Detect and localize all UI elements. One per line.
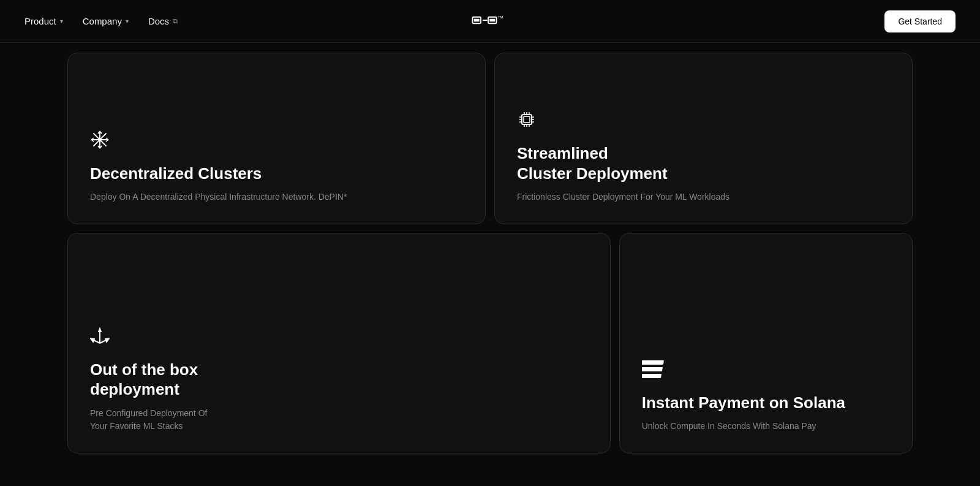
card-decentralized-clusters-desc: Deploy On A Decentralized Physical Infra… [90,191,463,204]
card-solana-desc: Unlock Compute In Seconds With Solana Pa… [642,420,890,433]
chevron-down-icon: ▾ [60,18,63,25]
card-out-of-box-desc: Pre Configured Deployment OfYour Favorit… [90,407,588,433]
card-decentralized-clusters-title: Decentralized Clusters [90,164,463,184]
nav-docs-label: Docs [148,16,169,26]
cards-row-1: Decentralized Clusters Deploy On A Decen… [67,53,913,224]
external-link-icon: ⧉ [173,17,178,25]
solana-logo-svg [642,360,664,379]
nav-left: Product ▾ Company ▾ Docs ⧉ [24,16,178,26]
deploy-icon [90,326,588,349]
get-started-button[interactable]: Get Started [884,10,956,32]
nav-company-label: Company [83,16,122,26]
svg-rect-38 [642,360,664,365]
nav-product-label: Product [24,16,56,26]
svg-marker-33 [99,328,101,332]
logo[interactable]: TM [472,11,508,32]
solana-icon [642,360,890,382]
nav-product[interactable]: Product ▾ [24,16,63,26]
cards-row-2: Out of the boxdeployment Pre Configured … [67,233,913,454]
main-content: Decentralized Clusters Deploy On A Decen… [0,43,980,463]
card-solana: Instant Payment on Solana Unlock Compute… [619,233,913,454]
svg-marker-35 [91,338,94,342]
chevron-down-icon: ▾ [126,18,129,25]
card-streamlined-title: StreamlinedCluster Deployment [517,143,890,183]
nav-docs[interactable]: Docs ⧉ [148,16,178,26]
svg-rect-1 [474,18,480,21]
card-solana-title: Instant Payment on Solana [642,393,890,413]
nav-company[interactable]: Company ▾ [83,16,129,26]
svg-text:TM: TM [498,15,503,19]
card-decentralized-clusters: Decentralized Clusters Deploy On A Decen… [67,53,486,224]
logo-svg: TM [472,11,508,29]
card-out-of-box: Out of the boxdeployment Pre Configured … [67,233,611,454]
svg-rect-19 [524,116,530,123]
svg-rect-4 [489,18,495,21]
snowflake-icon [90,130,463,153]
svg-rect-40 [642,374,662,378]
card-streamlined-cluster: StreamlinedCluster Deployment Frictionle… [494,53,913,224]
cpu-icon [517,110,890,132]
card-out-of-box-title: Out of the boxdeployment [90,360,588,400]
card-streamlined-desc: Frictionless Cluster Deployment For Your… [517,191,890,204]
svg-rect-39 [642,367,663,371]
navigation: Product ▾ Company ▾ Docs ⧉ TM Get Starte… [0,0,980,43]
svg-marker-37 [105,338,109,342]
